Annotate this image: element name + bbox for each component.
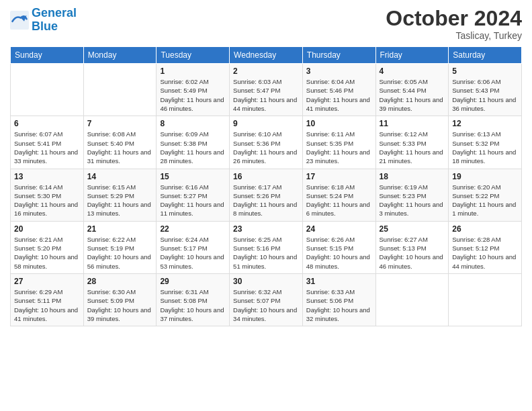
day-info: Sunrise: 6:27 AM Sunset: 5:13 PM Dayligh… <box>380 235 445 271</box>
header-saturday: Saturday <box>449 47 522 64</box>
calendar-cell: 10Sunrise: 6:11 AM Sunset: 5:35 PM Dayli… <box>302 116 375 169</box>
location: Taslicay, Turkey <box>386 30 522 41</box>
calendar-cell: 24Sunrise: 6:26 AM Sunset: 5:15 PM Dayli… <box>302 221 375 273</box>
calendar-week-1: 1Sunrise: 6:02 AM Sunset: 5:49 PM Daylig… <box>11 64 522 116</box>
day-info: Sunrise: 6:04 AM Sunset: 5:46 PM Dayligh… <box>306 77 372 113</box>
calendar-cell: 30Sunrise: 6:32 AM Sunset: 5:07 PM Dayli… <box>230 273 303 326</box>
day-info: Sunrise: 6:16 AM Sunset: 5:27 PM Dayligh… <box>160 183 226 218</box>
header-monday: Monday <box>83 47 157 64</box>
day-info: Sunrise: 6:32 AM Sunset: 5:07 PM Dayligh… <box>233 287 299 323</box>
logo-text: General Blue <box>32 7 77 34</box>
day-info: Sunrise: 6:17 AM Sunset: 5:26 PM Dayligh… <box>233 183 299 218</box>
day-number: 14 <box>87 172 153 181</box>
day-info: Sunrise: 6:28 AM Sunset: 5:12 PM Dayligh… <box>452 235 518 271</box>
day-number: 5 <box>452 66 518 76</box>
calendar-cell: 1Sunrise: 6:02 AM Sunset: 5:49 PM Daylig… <box>157 64 230 116</box>
day-number: 4 <box>380 66 445 76</box>
day-number: 2 <box>233 66 299 76</box>
calendar-cell <box>11 64 84 116</box>
day-info: Sunrise: 6:12 AM Sunset: 5:33 PM Dayligh… <box>380 130 445 165</box>
calendar-cell: 19Sunrise: 6:20 AM Sunset: 5:22 PM Dayli… <box>449 169 522 221</box>
day-number: 8 <box>160 119 226 128</box>
day-info: Sunrise: 6:06 AM Sunset: 5:43 PM Dayligh… <box>452 77 518 113</box>
day-number: 27 <box>14 277 80 286</box>
day-info: Sunrise: 6:24 AM Sunset: 5:17 PM Dayligh… <box>160 235 226 271</box>
day-number: 9 <box>233 119 299 128</box>
calendar-week-3: 13Sunrise: 6:14 AM Sunset: 5:30 PM Dayli… <box>11 169 522 221</box>
calendar-cell: 12Sunrise: 6:13 AM Sunset: 5:32 PM Dayli… <box>449 116 522 169</box>
header-tuesday: Tuesday <box>157 47 230 64</box>
calendar-cell: 22Sunrise: 6:24 AM Sunset: 5:17 PM Dayli… <box>157 221 230 273</box>
day-info: Sunrise: 6:30 AM Sunset: 5:09 PM Dayligh… <box>87 287 153 323</box>
logo: General Blue <box>10 7 77 34</box>
day-number: 25 <box>380 224 445 234</box>
header-wednesday: Wednesday <box>230 47 303 64</box>
day-number: 6 <box>14 119 80 128</box>
day-number: 24 <box>306 224 372 234</box>
day-info: Sunrise: 6:02 AM Sunset: 5:49 PM Dayligh… <box>160 77 226 113</box>
day-number: 31 <box>306 277 372 286</box>
calendar-cell: 31Sunrise: 6:33 AM Sunset: 5:06 PM Dayli… <box>302 273 375 326</box>
day-number: 22 <box>160 224 226 234</box>
header-friday: Friday <box>375 47 449 64</box>
day-info: Sunrise: 6:13 AM Sunset: 5:32 PM Dayligh… <box>452 130 518 165</box>
day-number: 15 <box>160 172 226 181</box>
calendar-cell: 17Sunrise: 6:18 AM Sunset: 5:24 PM Dayli… <box>302 169 375 221</box>
calendar-cell: 2Sunrise: 6:03 AM Sunset: 5:47 PM Daylig… <box>230 64 303 116</box>
day-info: Sunrise: 6:31 AM Sunset: 5:08 PM Dayligh… <box>160 287 226 323</box>
calendar-cell: 3Sunrise: 6:04 AM Sunset: 5:46 PM Daylig… <box>302 64 375 116</box>
day-info: Sunrise: 6:08 AM Sunset: 5:40 PM Dayligh… <box>87 130 153 165</box>
day-info: Sunrise: 6:19 AM Sunset: 5:23 PM Dayligh… <box>380 183 445 218</box>
calendar-week-5: 27Sunrise: 6:29 AM Sunset: 5:11 PM Dayli… <box>11 273 522 326</box>
logo-icon <box>10 11 29 30</box>
calendar-cell: 13Sunrise: 6:14 AM Sunset: 5:30 PM Dayli… <box>11 169 84 221</box>
day-info: Sunrise: 6:14 AM Sunset: 5:30 PM Dayligh… <box>14 183 80 218</box>
day-number: 17 <box>306 172 372 181</box>
day-number: 1 <box>160 66 226 76</box>
day-number: 11 <box>380 119 445 128</box>
calendar-cell: 7Sunrise: 6:08 AM Sunset: 5:40 PM Daylig… <box>83 116 157 169</box>
day-info: Sunrise: 6:29 AM Sunset: 5:11 PM Dayligh… <box>14 287 80 323</box>
day-number: 7 <box>87 119 153 128</box>
calendar-cell: 23Sunrise: 6:25 AM Sunset: 5:16 PM Dayli… <box>230 221 303 273</box>
header-sunday: Sunday <box>11 47 84 64</box>
calendar-cell: 9Sunrise: 6:10 AM Sunset: 5:36 PM Daylig… <box>230 116 303 169</box>
day-info: Sunrise: 6:15 AM Sunset: 5:29 PM Dayligh… <box>87 183 153 218</box>
day-number: 19 <box>452 172 518 181</box>
day-info: Sunrise: 6:11 AM Sunset: 5:35 PM Dayligh… <box>306 130 372 165</box>
calendar-cell: 16Sunrise: 6:17 AM Sunset: 5:26 PM Dayli… <box>230 169 303 221</box>
day-number: 10 <box>306 119 372 128</box>
day-info: Sunrise: 6:03 AM Sunset: 5:47 PM Dayligh… <box>233 77 299 113</box>
day-info: Sunrise: 6:05 AM Sunset: 5:44 PM Dayligh… <box>380 77 445 113</box>
day-number: 16 <box>233 172 299 181</box>
day-number: 28 <box>87 277 153 286</box>
day-number: 18 <box>380 172 445 181</box>
calendar-cell: 26Sunrise: 6:28 AM Sunset: 5:12 PM Dayli… <box>449 221 522 273</box>
day-info: Sunrise: 6:33 AM Sunset: 5:06 PM Dayligh… <box>306 287 372 323</box>
day-number: 26 <box>452 224 518 234</box>
calendar-cell: 8Sunrise: 6:09 AM Sunset: 5:38 PM Daylig… <box>157 116 230 169</box>
day-number: 20 <box>14 224 80 234</box>
day-number: 23 <box>233 224 299 234</box>
day-number: 12 <box>452 119 518 128</box>
calendar-cell: 6Sunrise: 6:07 AM Sunset: 5:41 PM Daylig… <box>11 116 84 169</box>
day-number: 21 <box>87 224 153 234</box>
calendar-cell: 25Sunrise: 6:27 AM Sunset: 5:13 PM Dayli… <box>375 221 449 273</box>
day-info: Sunrise: 6:22 AM Sunset: 5:19 PM Dayligh… <box>87 235 153 271</box>
day-info: Sunrise: 6:25 AM Sunset: 5:16 PM Dayligh… <box>233 235 299 271</box>
calendar-cell <box>449 273 522 326</box>
calendar-week-2: 6Sunrise: 6:07 AM Sunset: 5:41 PM Daylig… <box>11 116 522 169</box>
day-info: Sunrise: 6:21 AM Sunset: 5:20 PM Dayligh… <box>14 235 80 271</box>
day-number: 3 <box>306 66 372 76</box>
calendar: Sunday Monday Tuesday Wednesday Thursday… <box>10 46 522 326</box>
header-thursday: Thursday <box>302 47 375 64</box>
calendar-cell: 15Sunrise: 6:16 AM Sunset: 5:27 PM Dayli… <box>157 169 230 221</box>
calendar-cell <box>375 273 449 326</box>
calendar-header-row: Sunday Monday Tuesday Wednesday Thursday… <box>11 47 522 64</box>
calendar-cell: 20Sunrise: 6:21 AM Sunset: 5:20 PM Dayli… <box>11 221 84 273</box>
calendar-cell: 28Sunrise: 6:30 AM Sunset: 5:09 PM Dayli… <box>83 273 157 326</box>
calendar-cell: 5Sunrise: 6:06 AM Sunset: 5:43 PM Daylig… <box>449 64 522 116</box>
calendar-cell: 29Sunrise: 6:31 AM Sunset: 5:08 PM Dayli… <box>157 273 230 326</box>
title-block: October 2024 Taslicay, Turkey <box>386 7 522 41</box>
day-number: 13 <box>14 172 80 181</box>
